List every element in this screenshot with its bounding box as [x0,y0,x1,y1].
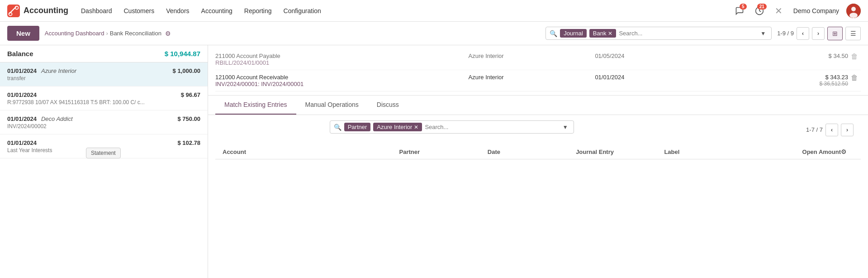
entries-section: 211000 Account Payable RBILL/2024/01/000… [208,45,868,96]
new-button[interactable]: New [7,26,39,41]
balance-header: Balance $ 10,944.87 [0,45,208,62]
transaction-item-2[interactable]: 01/01/2024 $ 96.67 R:9772938 10/07 AX 94… [0,86,208,110]
search-dropdown-button[interactable]: ▼ [759,29,768,38]
statement-tooltip: Statement [86,148,121,158]
transaction-amount-3: $ 750.00 [177,115,200,122]
right-panel: 211000 Account Payable RBILL/2024/01/000… [208,45,868,278]
breadcrumb-parent[interactable]: Accounting Dashboard [45,30,104,37]
bank-tag[interactable]: Bank ✕ [589,29,617,38]
svg-point-6 [851,7,856,11]
transaction-date-1: 01/01/2024 [7,67,37,74]
balance-amount: $ 10,944.87 [165,50,200,58]
clock-button[interactable]: 21 [751,3,768,19]
search-icon: 🔍 [550,30,557,37]
nav-item-configuration[interactable]: Configuration [278,5,327,17]
top-navigation: Accounting Dashboard Customers Vendors A… [0,0,868,22]
tab-match-existing[interactable]: Match Existing Entries [215,96,296,115]
app-logo[interactable]: Accounting [7,5,68,17]
entry-account-2: 121000 Account Receivable [215,74,469,81]
entry-date-1: 01/05/2024 [595,53,721,59]
bottom-search-icon: 🔍 [334,124,342,131]
left-sidebar: Balance $ 10,944.87 Statement 01/01/2024… [0,45,208,278]
entry-delete-2[interactable]: 🗑 [848,74,861,82]
tab-discuss[interactable]: Discuss [368,96,408,115]
bottom-pagination-text: 1-7 / 7 [806,126,823,133]
chat-button[interactable]: 5 [731,3,748,19]
kanban-view-button[interactable]: ⊞ [827,27,843,40]
transaction-date-3: 01/01/2024 [7,115,37,122]
transaction-amount-2: $ 96.67 [181,91,200,98]
th-settings-icon[interactable]: ⚙ [841,148,854,155]
toolbar: New Accounting Dashboard › Bank Reconcil… [0,22,868,45]
settings-gear-icon[interactable]: ⚙ [165,30,171,37]
nav-item-customers[interactable]: Customers [119,5,160,17]
transaction-amount-4: $ 102.78 [177,139,200,146]
partner-tag[interactable]: Partner [344,123,371,131]
journal-tag[interactable]: Journal [560,29,587,38]
pagination-next[interactable]: › [812,27,825,40]
bottom-pag-next[interactable]: › [841,124,854,136]
th-partner: Partner [399,149,488,155]
breadcrumb: Accounting Dashboard › Bank Reconciliati… [45,30,171,37]
bottom-pag-prev[interactable]: ‹ [825,124,838,136]
th-open-amount: Open Amount [753,149,841,155]
nav-item-vendors[interactable]: Vendors [161,5,194,17]
entry-amount-secondary-2: $ 36,512.50 [721,81,848,87]
bottom-pagination: 1-7 / 7 ‹ › [806,124,854,136]
transaction-name-3: Deco Addict [41,115,73,122]
svg-point-7 [849,13,858,18]
nav-item-reporting[interactable]: Reporting [239,5,277,17]
entry-row-1: 211000 Account Payable RBILL/2024/01/000… [215,49,861,70]
nav-item-accounting[interactable]: Accounting [196,5,238,17]
transaction-amount-1: $ 1,000.00 [173,67,200,74]
entry-amount-main-1: $ 34.50 [721,53,848,59]
transaction-date-4: 01/01/2024 [7,139,37,146]
entry-date-2: 01/01/2024 [595,74,721,81]
breadcrumb-current: Bank Reconciliation [110,30,161,37]
entry-amount-main-2: $ 343.23 [721,74,848,81]
pagination-prev[interactable]: ‹ [797,27,809,40]
azure-interior-tag-remove[interactable]: ✕ [414,124,418,130]
entry-delete-1[interactable]: 🗑 [848,53,861,61]
avatar[interactable] [846,4,861,18]
transaction-name-1: Azure Interior [41,67,76,74]
th-account: Account [223,149,399,155]
list-view-button[interactable]: ☰ [845,27,861,40]
transaction-item-1[interactable]: 01/01/2024 Azure Interior $ 1,000.00 tra… [0,62,208,86]
tabs-bar: Match Existing Entries Manual Operations… [208,96,868,115]
avatar-icon [846,4,861,18]
main-layout: Balance $ 10,944.87 Statement 01/01/2024… [0,45,868,278]
logo-icon [7,5,20,17]
transaction-ref-3: INV/2024/00002 [7,123,200,129]
tab-manual-operations[interactable]: Manual Operations [296,96,368,115]
bank-tag-remove[interactable]: ✕ [608,30,612,37]
nav-item-dashboard[interactable]: Dashboard [76,5,118,17]
transaction-ref-2: R:9772938 10/07 AX 9415116318 T:5 BRT: 1… [7,99,200,105]
entry-account-1: 211000 Account Payable [215,53,469,59]
entry-link-2[interactable]: INV/2024/00001: INV/2024/00001 [215,81,469,87]
bottom-section: 🔍 Partner Azure Interior ✕ ▼ 1-7 / 7 [208,115,868,278]
azure-interior-tag[interactable]: Azure Interior ✕ [373,123,422,131]
clock-badge: 21 [757,4,767,10]
balance-label: Balance [7,50,33,58]
main-pagination: 1-9 / 9 ‹ › ⊞ ☰ [777,27,861,40]
transaction-ref-1: transfer [7,75,200,81]
transaction-item-3[interactable]: 01/01/2024 Deco Addict $ 750.00 INV/2024… [0,110,208,134]
th-date: Date [488,149,576,155]
bottom-search-bar: 🔍 Partner Azure Interior ✕ ▼ [330,120,574,134]
close-button[interactable]: ✕ [771,5,786,16]
table-header: Account Partner Date Journal Entry Label… [215,144,861,159]
th-journal-entry: Journal Entry [576,149,664,155]
entry-partner-2: Azure Interior [469,74,595,81]
main-search-input[interactable] [619,30,756,37]
transaction-date-2: 01/01/2024 [7,91,37,98]
entry-partner-1: Azure Interior [469,53,595,59]
bottom-search-dropdown[interactable]: ▼ [561,123,570,131]
entry-row-2: 121000 Account Receivable INV/2024/00001… [215,70,861,91]
company-name[interactable]: Demo Company [793,7,839,14]
entry-link-1[interactable]: RBILL/2024/01/0001 [215,59,469,66]
nav-right-section: 5 21 ✕ Demo Company [731,3,861,19]
th-label: Label [664,149,752,155]
main-search-bar: 🔍 Journal Bank ✕ ▼ [545,27,772,40]
bottom-search-input[interactable] [425,124,558,130]
